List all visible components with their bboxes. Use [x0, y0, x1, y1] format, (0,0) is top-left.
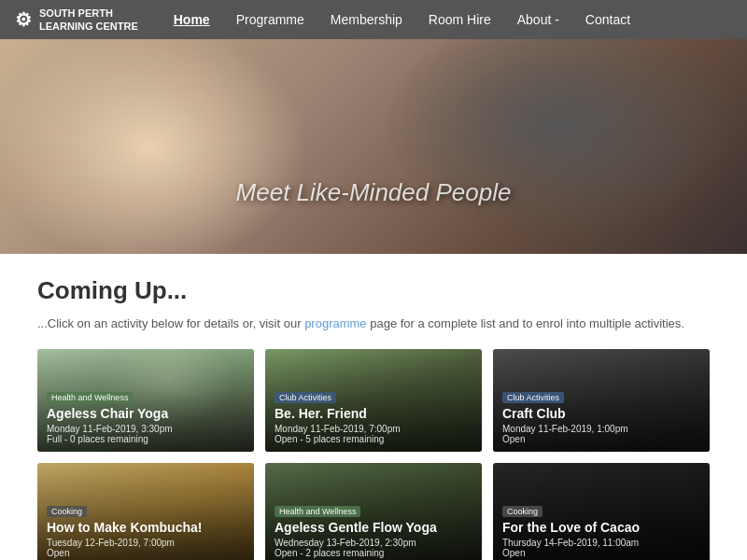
nav-item-membership: Membership: [317, 0, 416, 39]
card-title: How to Make Kombucha!: [47, 520, 245, 536]
card-status: Open: [502, 434, 700, 444]
nav-link-5[interactable]: Contact: [572, 0, 643, 39]
card-date: Wednesday 13-Feb-2019, 2:30pm: [275, 538, 472, 548]
activities-grid: Health and WellnessAgeless Chair YogaMon…: [37, 349, 710, 560]
card-category: Cooking: [47, 506, 87, 517]
site-logo[interactable]: ⚙ SOUTH PERTH LEARNING CENTRE: [15, 7, 138, 34]
card-date: Thursday 14-Feb-2019, 11:00am: [502, 538, 700, 548]
logo-line1: SOUTH PERTH: [39, 7, 138, 20]
logo-line2: LEARNING CENTRE: [39, 20, 138, 33]
card-date: Tuesday 12-Feb-2019, 7:00pm: [47, 538, 245, 548]
activity-card-3[interactable]: CookingHow to Make Kombucha!Tuesday 12-F…: [37, 463, 254, 560]
card-title: Craft Club: [502, 406, 700, 422]
card-category: Club Activities: [275, 392, 336, 403]
programme-link[interactable]: programme: [304, 316, 366, 330]
card-status: Open - 2 places remaining: [275, 548, 472, 558]
card-date: Monday 11-Feb-2019, 3:30pm: [47, 424, 245, 434]
card-content: Club ActivitiesCraft ClubMonday 11-Feb-2…: [493, 380, 710, 452]
card-content: CookingFor the Love of CacaoThursday 14-…: [493, 494, 710, 560]
card-category: Health and Wellness: [47, 392, 133, 403]
card-content: CookingHow to Make Kombucha!Tuesday 12-F…: [37, 494, 254, 560]
card-title: Ageless Gentle Flow Yoga: [275, 520, 472, 536]
activity-card-5[interactable]: CookingFor the Love of CacaoThursday 14-…: [493, 463, 710, 560]
hero-caption: Meet Like-Minded People: [0, 178, 747, 207]
card-date: Monday 11-Feb-2019, 7:00pm: [275, 424, 472, 434]
section-description: ...Click on an activity below for detail…: [37, 316, 710, 330]
nav-links: HomeProgrammeMembershipRoom HireAbout -C…: [161, 0, 643, 39]
nav-link-0[interactable]: Home: [161, 0, 223, 39]
card-status: Open: [47, 548, 245, 558]
card-status: Full - 0 places remaining: [47, 434, 245, 444]
activity-card-1[interactable]: Club ActivitiesBe. Her. FriendMonday 11-…: [265, 349, 482, 452]
nav-link-1[interactable]: Programme: [223, 0, 317, 39]
desc-prefix: ...Click on an activity below for detail…: [37, 316, 304, 330]
activity-card-4[interactable]: Health and WellnessAgeless Gentle Flow Y…: [265, 463, 482, 560]
nav-item-about--: About -: [504, 0, 572, 39]
nav-link-3[interactable]: Room Hire: [416, 0, 504, 39]
card-date: Monday 11-Feb-2019, 1:00pm: [502, 424, 700, 434]
card-title: Ageless Chair Yoga: [47, 406, 245, 422]
card-status: Open - 5 places remaining: [275, 434, 472, 444]
card-content: Health and WellnessAgeless Chair YogaMon…: [37, 380, 254, 452]
desc-suffix: page for a complete list and to enrol in…: [367, 316, 684, 330]
main-content: Coming Up... ...Click on an activity bel…: [0, 254, 747, 560]
card-title: Be. Her. Friend: [275, 406, 472, 422]
hero-banner: Meet Like-Minded People: [0, 39, 747, 254]
activity-card-2[interactable]: Club ActivitiesCraft ClubMonday 11-Feb-2…: [493, 349, 710, 452]
navigation: ⚙ SOUTH PERTH LEARNING CENTRE HomeProgra…: [0, 0, 747, 39]
card-category: Club Activities: [502, 392, 564, 403]
nav-link-2[interactable]: Membership: [317, 0, 416, 39]
card-category: Cooking: [502, 506, 543, 517]
nav-item-room-hire: Room Hire: [416, 0, 504, 39]
card-title: For the Love of Cacao: [502, 520, 700, 536]
nav-link-4[interactable]: About -: [504, 0, 572, 39]
logo-icon: ⚙: [15, 7, 32, 32]
activity-card-0[interactable]: Health and WellnessAgeless Chair YogaMon…: [37, 349, 254, 452]
card-category: Health and Wellness: [275, 506, 360, 517]
nav-item-home: Home: [161, 0, 223, 39]
nav-item-contact: Contact: [572, 0, 643, 39]
section-title: Coming Up...: [37, 276, 710, 305]
card-content: Health and WellnessAgeless Gentle Flow Y…: [265, 494, 482, 560]
card-status: Open: [502, 548, 700, 558]
nav-item-programme: Programme: [223, 0, 317, 39]
card-content: Club ActivitiesBe. Her. FriendMonday 11-…: [265, 380, 482, 452]
